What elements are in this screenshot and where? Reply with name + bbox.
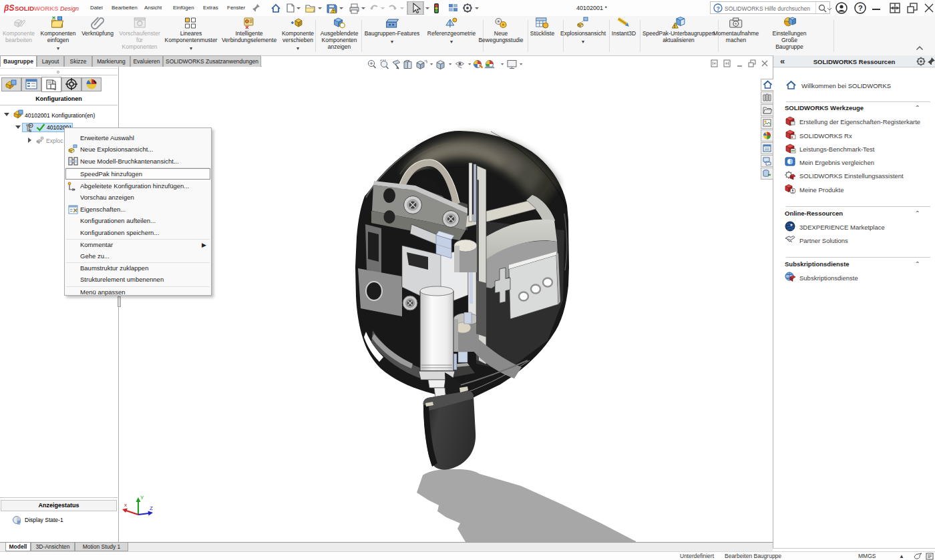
svg-text:Design: Design (60, 5, 79, 12)
svg-text:?: ? (717, 5, 721, 12)
svg-text:Y: Y (140, 495, 144, 501)
svg-text:SOLID: SOLID (15, 5, 34, 12)
svg-text:WORKS: WORKS (34, 5, 58, 12)
svg-text:?: ? (858, 4, 863, 12)
svg-text:!: ! (674, 24, 675, 29)
svg-text:x: x (124, 502, 127, 508)
svg-text:Z: Z (150, 505, 153, 511)
svg-text:βS: βS (4, 3, 14, 13)
